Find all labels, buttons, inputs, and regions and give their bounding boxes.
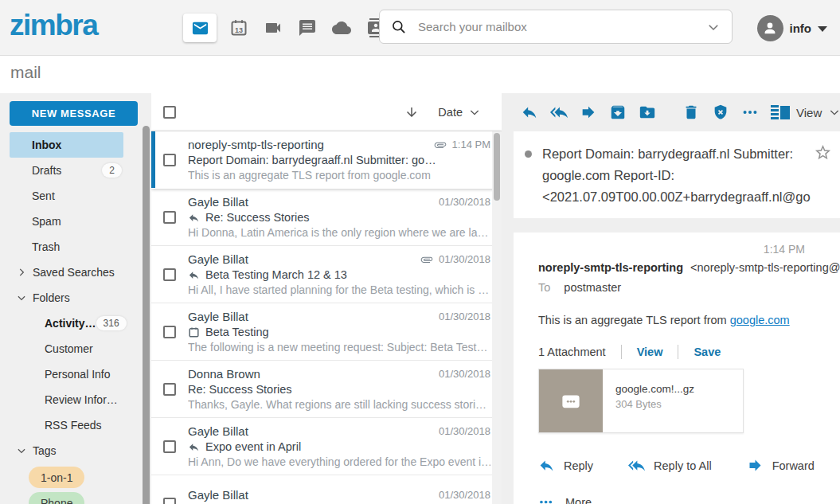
message-list-pane: Date noreply-smtp-tls-reporting 1:14 PM … [151, 93, 502, 504]
save-all-attachments-link[interactable]: Save [693, 346, 721, 358]
list-scrollbar-track[interactable] [492, 131, 502, 504]
video-app-button[interactable] [261, 14, 285, 42]
sidebar-item-activity[interactable]: Activity…316 [10, 311, 123, 336]
folder-label: Folders [33, 291, 70, 304]
view-chevron-down-icon [828, 106, 840, 119]
cloud-app-button[interactable] [330, 14, 354, 42]
sidebar-item-inbox[interactable]: Inbox [10, 132, 123, 158]
delete-button[interactable] [682, 104, 700, 121]
replied-indicator-icon [188, 212, 200, 224]
forward-button[interactable] [580, 104, 597, 121]
new-message-button[interactable]: NEW MESSAGE [10, 101, 138, 126]
search-bar [379, 10, 733, 44]
spam-button[interactable] [712, 104, 729, 121]
search-options-chevron-icon[interactable] [706, 20, 721, 34]
quick-forward-button[interactable]: Forward [747, 457, 815, 474]
email-checkbox[interactable] [163, 211, 176, 224]
folder-label: Sent [32, 189, 55, 202]
username-label: info [790, 21, 812, 35]
email-list-item[interactable]: Gayle Billat 01/30/2018 Success Stories [151, 475, 502, 504]
sidebar-item-sent[interactable]: Sent [10, 183, 123, 209]
list-scrollbar-thumb[interactable] [494, 133, 500, 201]
view-menu[interactable]: View [771, 104, 840, 121]
ellipsis-icon [538, 494, 555, 504]
email-list-item[interactable]: Gayle Billat 01/30/2018 Beta Testing The… [151, 303, 502, 361]
reply-all-button[interactable] [550, 104, 568, 121]
user-menu[interactable]: info [757, 0, 828, 56]
email-list-item[interactable]: Gayle Billat 01/30/2018 Re: Success Stor… [151, 189, 502, 246]
attachment-info: google.com!...gz 304 Bytes [603, 369, 694, 432]
sort-control[interactable]: Date [404, 105, 481, 119]
conversation-subject: Report Domain: barrydegraaff.nl Submitte… [542, 143, 811, 208]
more-actions-button[interactable] [741, 104, 759, 121]
sidebar-item-spam[interactable]: Spam [10, 209, 123, 234]
person-icon [761, 19, 779, 37]
attachment-filename: google.com!...gz [615, 383, 694, 395]
reply-icon [521, 104, 538, 121]
app-switcher: 13 [183, 0, 388, 56]
sidebar-scrollbar[interactable] [143, 126, 150, 504]
meeting-indicator-icon [188, 326, 200, 338]
activity-count-badge: 316 [96, 316, 127, 330]
email-checkbox[interactable] [163, 268, 176, 281]
chat-icon [298, 18, 317, 37]
sidebar-item-saved-searches[interactable]: Saved Searches [10, 260, 123, 285]
email-sender: Gayle Billat [188, 310, 439, 323]
sidebar-item-personal-info[interactable]: Personal Info [10, 361, 123, 387]
email-preview: Hi Donna, Latin America is the only regi… [188, 226, 490, 239]
reply-icon [538, 457, 555, 474]
videocam-icon [264, 18, 283, 37]
sidebar-item-rss-feeds[interactable]: RSS Feeds [10, 412, 123, 438]
replied-indicator-icon [188, 441, 200, 453]
quick-more-button[interactable]: More [538, 494, 840, 504]
sidebar-item-customer[interactable]: Customer [10, 336, 123, 361]
search-input[interactable] [418, 20, 706, 33]
sort-direction-arrow-icon[interactable] [404, 105, 419, 119]
quick-reply-all-button[interactable]: Reply to All [628, 457, 712, 474]
folder-label: Saved Searches [33, 266, 115, 279]
sidebar-item-review-information[interactable]: Review Infor… [10, 387, 123, 412]
chat-app-button[interactable] [295, 14, 319, 42]
email-checkbox[interactable] [163, 440, 176, 453]
trash-icon [682, 104, 700, 121]
calendar-app-button[interactable]: 13 [227, 14, 251, 42]
sidebar-item-folders[interactable]: Folders [10, 285, 123, 311]
email-checkbox[interactable] [163, 383, 176, 396]
sidebar-item-trash[interactable]: Trash [10, 234, 123, 260]
attachment-icon [420, 253, 433, 266]
star-flag-icon[interactable] [814, 143, 832, 162]
email-sender: noreply-smtp-tls-reporting [188, 138, 434, 151]
email-date: 01/30/2018 [439, 425, 490, 437]
folder-label: Customer [45, 342, 93, 355]
email-checkbox[interactable] [163, 154, 176, 166]
sidebar-item-tags[interactable]: Tags [10, 438, 123, 463]
email-preview: Hi Ann, Do we have everything ordered fo… [188, 455, 490, 468]
folder-label: Review Infor… [45, 393, 118, 406]
view-all-attachments-link[interactable]: View [637, 346, 663, 358]
email-checkbox[interactable] [163, 326, 176, 338]
email-date: 01/30/2018 [439, 311, 490, 322]
sidebar-item-drafts[interactable]: Drafts2 [10, 158, 123, 183]
email-summary: Gayle Billat 01/30/2018 Beta Testing The… [188, 310, 490, 354]
archive-icon [609, 104, 627, 121]
tag-1-on-1[interactable]: 1-on-1 [29, 467, 84, 488]
tag-row: Phone [29, 492, 151, 504]
move-to-folder-button[interactable] [639, 104, 656, 121]
attachment-card[interactable]: google.com!...gz 304 Bytes [538, 369, 744, 433]
select-all-checkbox[interactable] [163, 106, 176, 119]
reply-button[interactable] [521, 104, 538, 121]
message-to: Topostmaster [538, 281, 840, 294]
quick-reply-button[interactable]: Reply [538, 457, 593, 474]
email-list-item[interactable]: Donna Brown 01/30/2018 Re: Success Stori… [151, 361, 502, 418]
email-checkbox[interactable] [163, 498, 176, 504]
reading-toolbar: View [502, 93, 840, 131]
tag-phone[interactable]: Phone [29, 492, 84, 504]
email-list-item[interactable]: noreply-smtp-tls-reporting 1:14 PM Repor… [151, 131, 502, 189]
archive-button[interactable] [609, 104, 627, 121]
body-link[interactable]: google.com [730, 314, 790, 326]
email-date: 01/30/2018 [439, 196, 490, 208]
email-list-item[interactable]: Gayle Billat 01/30/2018 Expo event in Ap… [151, 418, 502, 475]
mail-app-button[interactable] [183, 14, 217, 42]
email-list-item[interactable]: Gayle Billat 01/30/2018 Beta Testing Mar… [151, 246, 502, 303]
email-summary: Donna Brown 01/30/2018 Re: Success Stori… [188, 367, 490, 411]
